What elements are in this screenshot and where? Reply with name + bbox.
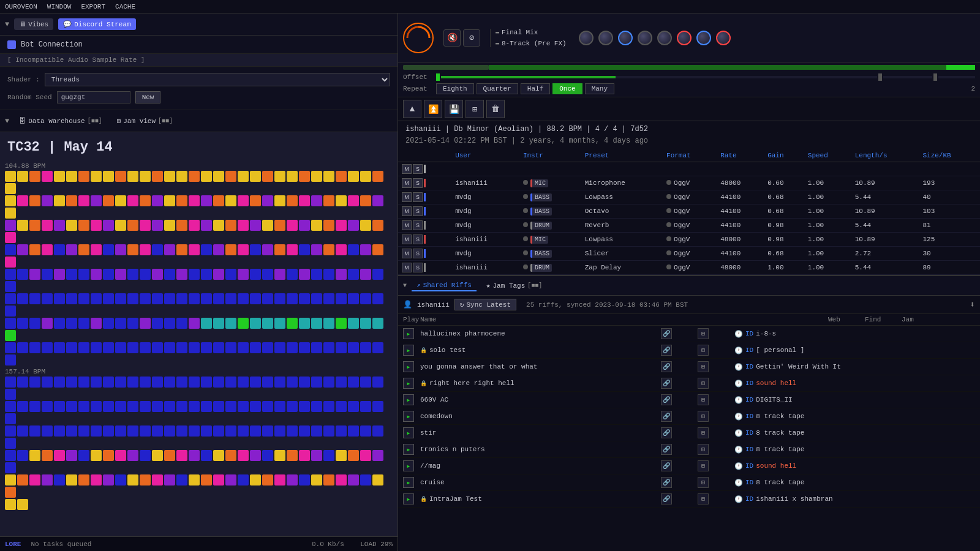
grid-cell[interactable] [127, 401, 138, 412]
grid-cell[interactable] [66, 318, 77, 329]
grid-cell[interactable] [29, 171, 40, 182]
table-row[interactable]: MS [398, 162, 980, 176]
grid-cell[interactable] [91, 195, 102, 206]
list-item[interactable]: ▶you gonna answer that or what🔗⊞🕐IDGetti… [398, 359, 980, 375]
grid-cell[interactable] [287, 377, 298, 388]
grid-cell[interactable] [103, 342, 114, 353]
grid-cell[interactable] [287, 195, 298, 206]
play-button[interactable]: ▶ [403, 493, 414, 504]
grid-cell[interactable] [91, 269, 102, 280]
grid-cell[interactable] [42, 171, 53, 182]
nav-up-up[interactable]: ⏫ [424, 100, 442, 118]
grid-cell[interactable] [29, 474, 40, 485]
grid-cell[interactable] [262, 269, 273, 280]
grid-cell[interactable] [103, 293, 114, 304]
grid-cell[interactable] [287, 171, 298, 182]
grid-cell[interactable] [311, 474, 322, 485]
grid-cell[interactable] [5, 171, 16, 182]
grid-cell[interactable] [140, 244, 151, 255]
grid-cell[interactable] [66, 220, 77, 231]
link-icon[interactable]: 🔗 [661, 328, 672, 339]
grid-cell[interactable] [115, 244, 126, 255]
grid-cell[interactable] [189, 171, 200, 182]
grid-cell[interactable] [201, 293, 212, 304]
grid-cell[interactable] [176, 318, 187, 329]
grid-cell[interactable] [5, 389, 16, 400]
grid-cell[interactable] [348, 425, 359, 437]
grid-cell[interactable] [140, 342, 151, 353]
grid-cell[interactable] [323, 450, 334, 461]
grid-cell[interactable] [250, 171, 261, 182]
grid-cell[interactable] [127, 269, 138, 280]
grid-cell[interactable] [127, 474, 138, 485]
grid-cell[interactable] [140, 195, 151, 206]
grid-cell[interactable] [360, 195, 371, 206]
grid-cell[interactable] [42, 269, 53, 280]
grid-cell[interactable] [360, 450, 371, 461]
grid-cell[interactable] [42, 401, 53, 412]
repeat-many[interactable]: Many [585, 83, 614, 94]
grid-cell[interactable] [213, 195, 224, 206]
grid-cell[interactable] [311, 195, 322, 206]
grid-cell[interactable] [262, 450, 273, 461]
grid-cell[interactable] [152, 342, 163, 353]
grid-cell[interactable] [323, 342, 334, 353]
nav-trash[interactable]: 🗑 [486, 100, 505, 118]
grid-cell[interactable] [127, 499, 138, 510]
table-row[interactable]: MSmvdgBASSSlicerOggV441000.681.002.7230 [398, 247, 980, 261]
grid-cell[interactable] [348, 220, 359, 231]
grid-cell[interactable] [225, 425, 236, 437]
grid-cell[interactable] [5, 450, 16, 461]
grid-cell[interactable] [54, 474, 65, 485]
grid-cell[interactable] [189, 499, 200, 510]
grid-cell[interactable] [42, 450, 53, 461]
grid-cell[interactable] [287, 318, 298, 329]
grid-cell[interactable] [225, 171, 236, 182]
grid-cell[interactable] [201, 195, 212, 206]
play-button[interactable]: ▶ [403, 394, 414, 405]
grid-cell[interactable] [238, 220, 249, 231]
grid-cell[interactable] [5, 232, 16, 243]
nav-save[interactable]: 💾 [445, 100, 463, 118]
grid-cell[interactable] [225, 377, 236, 388]
grid-cell[interactable] [311, 220, 322, 231]
grid-cell[interactable] [29, 499, 40, 510]
grid-cell[interactable] [91, 425, 102, 437]
grid-cell[interactable] [213, 425, 224, 437]
grid-cell[interactable] [274, 195, 285, 206]
tab-vibes[interactable]: 🖥 Vibes [14, 18, 53, 30]
table-row[interactable]: MSishaniiiDRUMZap DelayOggV480001.001.00… [398, 261, 980, 275]
grid-cell[interactable] [5, 499, 16, 510]
seed-input[interactable] [57, 91, 130, 103]
table-row[interactable]: MSmvdgBASSOctavoOggV441000.681.0010.8910… [398, 204, 980, 219]
grid-cell[interactable] [262, 401, 273, 412]
grid-cell[interactable] [336, 244, 347, 255]
grid-find-icon[interactable]: ⊞ [698, 477, 709, 488]
grid-cell[interactable] [66, 450, 77, 461]
solo-track-btn[interactable]: S [413, 263, 423, 272]
grid-cell[interactable] [5, 293, 16, 304]
grid-cell[interactable] [189, 220, 200, 231]
grid-cell[interactable] [5, 269, 16, 280]
grid-cell[interactable] [5, 425, 16, 437]
grid-cell[interactable] [115, 499, 126, 510]
grid-cell[interactable] [127, 377, 138, 388]
grid-cell[interactable] [372, 450, 383, 461]
grid-find-icon[interactable]: ⊞ [698, 411, 709, 422]
grid-cell[interactable] [127, 220, 138, 231]
grid-cell[interactable] [78, 401, 89, 412]
grid-cell[interactable] [152, 195, 163, 206]
grid-find-icon[interactable]: ⊞ [698, 460, 709, 471]
grid-cell[interactable] [360, 474, 371, 485]
grid-cell[interactable] [5, 462, 16, 473]
grid-cell[interactable] [311, 450, 322, 461]
grid-cell[interactable] [250, 318, 261, 329]
grid-cell[interactable] [164, 171, 175, 182]
grid-cell[interactable] [225, 220, 236, 231]
grid-cell[interactable] [299, 377, 310, 388]
knob-8[interactable] [716, 31, 731, 45]
grid-cell[interactable] [78, 220, 89, 231]
grid-cell[interactable] [213, 171, 224, 182]
mute-track-btn[interactable]: M [402, 178, 412, 188]
grid-cell[interactable] [176, 450, 187, 461]
